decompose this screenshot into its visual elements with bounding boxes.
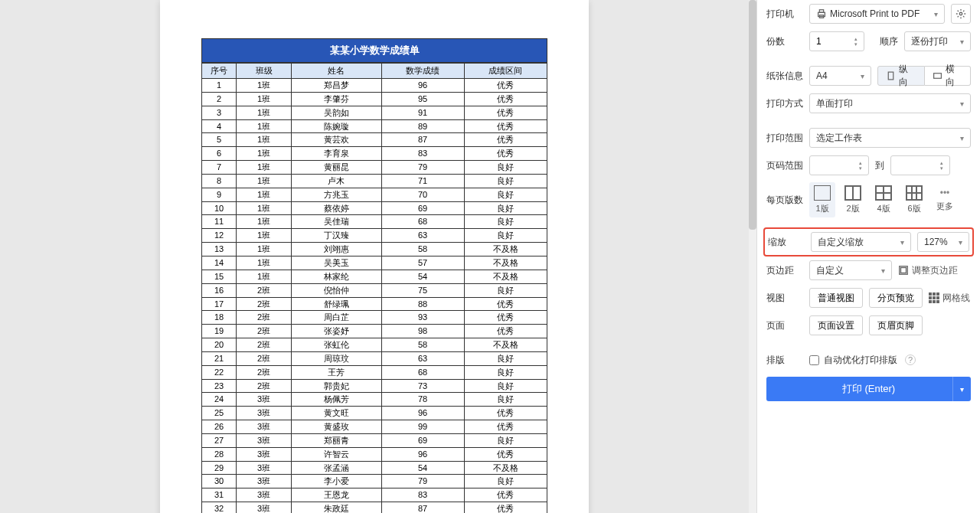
table-cell: 3班 — [237, 393, 292, 407]
layout-1up-button[interactable]: 1版 — [809, 182, 835, 217]
table-row: 81班卢木71良好 — [202, 174, 547, 188]
column-header: 数学成绩 — [381, 64, 464, 79]
layout-more-button[interactable]: ••• 更多 — [932, 185, 958, 215]
layout-2up-button[interactable]: 2版 — [840, 182, 866, 217]
gridlines-label: 网格线 — [942, 292, 970, 305]
page-to-field[interactable] — [897, 160, 940, 171]
table-cell: 丁汉臻 — [292, 229, 381, 243]
table-row: 151班林家纶54不及格 — [202, 270, 547, 283]
spinner-down-icon[interactable]: ▾ — [854, 42, 858, 47]
spinner-up-icon[interactable]: ▴ — [940, 161, 943, 165]
table-cell: 7 — [202, 161, 237, 175]
table-cell: 2班 — [237, 283, 292, 297]
spinner-up-icon[interactable]: ▴ — [854, 37, 858, 41]
table-cell: 1班 — [237, 270, 292, 283]
column-header: 班级 — [237, 64, 292, 79]
page-setup-button[interactable]: 页面设置 — [809, 315, 863, 335]
zoom-mode-select[interactable]: 自定义缩放 ▾ — [811, 232, 911, 252]
table-cell: 22 — [202, 365, 237, 379]
adjust-margins-button[interactable]: 调整页边距 — [898, 264, 958, 277]
print-range-select[interactable]: 选定工作表 ▾ — [809, 128, 971, 148]
table-cell: 15 — [202, 270, 237, 283]
table-cell: 20 — [202, 338, 237, 352]
table-row: 61班李育泉83优秀 — [202, 147, 547, 161]
print-button[interactable]: 打印 (Enter) ▾ — [766, 377, 971, 401]
order-select[interactable]: 逐份打印 ▾ — [904, 31, 971, 51]
landscape-label: 横向 — [946, 63, 962, 89]
table-cell: 优秀 — [464, 407, 547, 420]
table-cell: 63 — [381, 229, 464, 243]
table-cell: 优秀 — [464, 92, 547, 106]
table-cell: 倪怡仲 — [292, 283, 381, 297]
table-row: 253班黄文旺96优秀 — [202, 407, 547, 420]
table-row: 192班张姿妤98优秀 — [202, 325, 547, 338]
zoom-percent-select[interactable]: 127% ▾ — [917, 232, 969, 252]
table-row: 202班张虹伦58不及格 — [202, 338, 547, 352]
table-cell: 19 — [202, 325, 237, 338]
table-cell: 黄盛玫 — [292, 420, 381, 434]
table-cell: 3班 — [237, 461, 292, 475]
pages-to-label: 到 — [875, 159, 884, 172]
table-row: 293班张孟涵54不及格 — [202, 461, 547, 475]
table-cell: 不及格 — [464, 461, 547, 475]
print-settings-panel: 打印机 Microsoft Print to PDF ▾ 份数 ▴▾ 顺序 逐份… — [756, 0, 980, 513]
printer-settings-button[interactable] — [951, 4, 971, 24]
orientation-portrait-button[interactable]: 纵向 — [877, 66, 924, 86]
printer-label: 打印机 — [766, 8, 803, 21]
margin-select[interactable]: 自定义 ▾ — [809, 260, 892, 280]
table-cell: 13 — [202, 243, 237, 256]
layout-4up-button[interactable]: 4版 — [871, 182, 897, 217]
gridlines-toggle[interactable]: 网格线 — [929, 292, 970, 305]
layout-more-label: 更多 — [936, 201, 953, 212]
chevron-down-icon: ▾ — [900, 238, 904, 247]
table-cell: 良好 — [464, 365, 547, 379]
page-from-input[interactable]: ▴▾ — [809, 155, 869, 175]
spinner-down-icon[interactable]: ▾ — [940, 166, 943, 171]
zoom-label: 缩放 — [768, 236, 805, 249]
svg-rect-7 — [901, 268, 906, 273]
table-cell: 周白芷 — [292, 311, 381, 325]
table-row: 31班吴韵如91优秀 — [202, 106, 547, 119]
spinner-down-icon[interactable]: ▾ — [859, 166, 862, 171]
table-row: 243班杨佩芳78良好 — [202, 393, 547, 407]
table-cell: 良好 — [464, 161, 547, 175]
normal-view-button[interactable]: 普通视图 — [809, 288, 863, 308]
copies-input[interactable]: ▴▾ — [809, 31, 864, 51]
copies-field[interactable] — [816, 36, 854, 47]
page-to-input[interactable]: ▴▾ — [890, 155, 950, 175]
printer-select[interactable]: Microsoft Print to PDF ▾ — [809, 4, 945, 24]
orientation-landscape-button[interactable]: 横向 — [925, 66, 971, 86]
paper-size-select[interactable]: A4 ▾ — [809, 66, 871, 86]
print-preview-pane: 某某小学数学成绩单 序号班级姓名数学成绩成绩区间 11班郑昌梦96优秀21班李肇… — [0, 0, 749, 513]
help-icon[interactable]: ? — [905, 355, 916, 365]
page-from-field[interactable] — [816, 160, 859, 171]
table-cell: 10 — [202, 201, 237, 215]
layout-6up-button[interactable]: 6版 — [901, 182, 927, 217]
print-method-select[interactable]: 单面打印 ▾ — [809, 93, 971, 113]
svg-rect-1 — [819, 10, 823, 13]
table-cell: 54 — [381, 270, 464, 283]
print-dropdown-button[interactable]: ▾ — [952, 377, 971, 401]
scrollbar-thumb[interactable] — [749, 0, 756, 230]
auto-layout-label: 自动优化打印排版 — [824, 354, 897, 367]
table-cell: 1班 — [237, 106, 292, 119]
table-row: 41班陈婉璇89优秀 — [202, 119, 547, 133]
table-cell: 93 — [381, 311, 464, 325]
portrait-label: 纵向 — [899, 63, 916, 89]
table-cell: 96 — [381, 79, 464, 93]
table-cell: 3班 — [237, 433, 292, 447]
table-cell: 87 — [381, 502, 464, 513]
table-cell: 良好 — [464, 433, 547, 447]
table-cell: 14 — [202, 256, 237, 270]
header-footer-button[interactable]: 页眉页脚 — [869, 315, 923, 335]
table-cell: 99 — [381, 420, 464, 434]
auto-layout-checkbox[interactable] — [809, 355, 819, 365]
page-break-view-button[interactable]: 分页预览 — [869, 288, 923, 308]
table-cell: 1班 — [237, 147, 292, 161]
preview-scrollbar[interactable] — [749, 0, 756, 513]
table-row: 273班郑丽青69良好 — [202, 433, 547, 447]
layout-4-icon — [875, 185, 892, 201]
table-row: 313班王恩龙83优秀 — [202, 488, 547, 502]
table-cell: 杨佩芳 — [292, 393, 381, 407]
spinner-up-icon[interactable]: ▴ — [859, 161, 862, 165]
